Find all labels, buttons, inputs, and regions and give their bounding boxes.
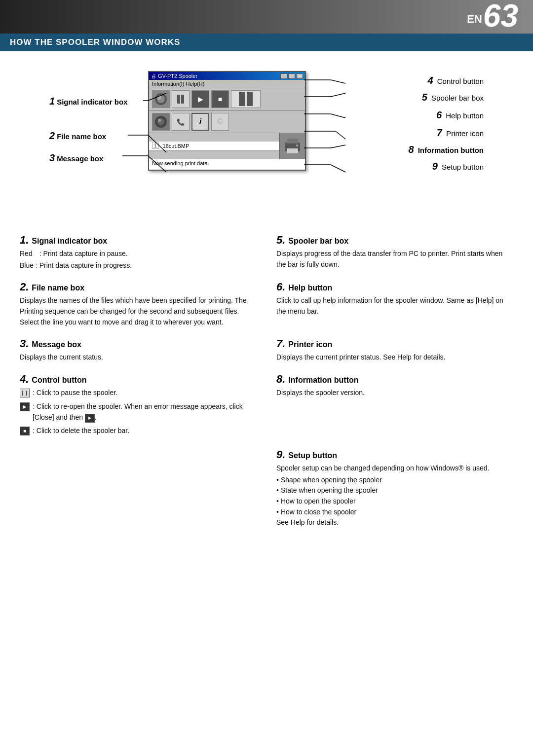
svg-line-25 [331,145,345,148]
item-4-title-text: Control button [32,376,86,385]
svg-line-17 [331,80,345,83]
item-3-title-text: Message box [32,340,81,349]
section-title: HOW THE SPOOLER WINDOW WORKS [0,34,533,51]
label-printer-icon: 7 Printer icon [437,127,484,139]
label-message-box: 3Message box [49,152,103,164]
signal-icon-2 [152,113,170,131]
item-5: 5. Spooler bar box Displays progress of … [276,234,513,272]
item-3-body: Displays the current status. [20,352,257,363]
spooler-win-controls[interactable]: _ □ ✕ [280,73,303,79]
stop-btn[interactable]: ■ [211,90,229,108]
spooler-title-text: 🖨 GV-PT2 Spooler [151,73,197,79]
play-btn[interactable]: ▶ [191,90,209,108]
item-8-line-1: Displays the spooler version. [276,388,513,398]
spooler-title-icon: 🖨 [151,73,156,79]
win-minimize-btn[interactable]: _ [280,73,287,79]
item-4-sub-2: ▶ : Click to re-open the spooler. When a… [20,401,257,423]
win-maximize-btn[interactable]: □ [288,73,295,79]
item-1-line-1: Red : Print data capture in pause. [20,249,257,259]
item-2-number: 2. [20,281,29,293]
svg-point-2 [157,96,161,100]
item-6-line-1: Click to call up help information for th… [276,295,513,317]
item-7-number: 7. [276,337,285,350]
item-8-title: 8. Information button [276,373,513,386]
printer-icon [279,133,305,159]
file-name-text: 16cut.BMP [163,143,190,149]
item-2-title-text: File name box [32,284,84,292]
item-4-sub-3: ■ : Click to delete the spooler bar. [20,426,257,436]
svg-line-27 [331,165,345,172]
item-1-number: 1. [20,234,29,247]
item-9-bullets: Shape when opening the spooler State whe… [276,475,513,518]
item-4-sub-1-text: : Click to pause the spooler. [33,388,117,398]
item-4-body: ❙❙ : Click to pause the spooler. ▶ : Cli… [20,388,257,436]
item-9-number: 9. [276,448,285,461]
item-8-title-text: Information button [288,376,358,385]
item-9-title-text: Setup button [288,451,337,460]
item-9-title: 9. Setup button [276,448,513,461]
item-9-line-1: Spooler setup can be changed depending o… [276,463,513,474]
item-1-title-text: Signal indicator box [32,237,107,246]
spooler-titlebar: 🖨 GV-PT2 Spooler _ □ ✕ [149,72,305,80]
diagram-section: 1Signal indicator box 2File name box 3Me… [0,51,533,224]
spooler-window: 🖨 GV-PT2 Spooler _ □ ✕ Information(I) He… [148,71,306,171]
spooler-toolbar: ▶ ■ [149,88,305,110]
label-information-button: 8 Information button [408,144,484,155]
help-btn-icon[interactable]: © [211,113,229,131]
item-9-body: Spooler setup can be changed depending o… [276,463,513,528]
item-2-body: Displays the names of the files which ha… [20,295,257,327]
item-5-title-text: Spooler bar box [288,237,348,246]
svg-line-21 [331,114,345,118]
play-icon-inline: ▶ [85,414,95,423]
item-4-title: 4. Control button [20,373,257,386]
item-1-line-2: Blue : Print data capture in progress. [20,260,257,271]
file-name-bar: 1 16cut.BMP [149,142,279,150]
item-6-title-text: Help button [288,284,332,292]
item-8-body: Displays the spooler version. [276,388,513,398]
svg-rect-8 [287,148,298,153]
info-btn[interactable]: i [191,113,209,131]
item-5-number: 5. [276,234,285,247]
item-7: 7. Printer icon Displays the current pri… [276,337,513,364]
item-9-bullet-3: How to open the spooler [276,496,513,507]
item-9-bullet-1: Shape when opening the spooler [276,475,513,486]
content-area: 1. Signal indicator box Red : Print data… [0,224,533,558]
item-4-sub-2-text: : Click to re-open the spooler. When an … [33,401,257,423]
item-6-body: Click to call up help information for th… [276,295,513,317]
signal-icon-1 [152,90,170,108]
item-9-bullet-4: How to close the spooler [276,507,513,518]
item-3-title: 3. Message box [20,337,257,350]
item-3-line-1: Displays the current status. [20,352,257,363]
item-7-title: 7. Printer icon [276,337,513,350]
label-signal-indicator: 1Signal indicator box [49,96,127,107]
message-bar: Now sending print data. [149,159,305,170]
item-6: 6. Help button Click to call up help inf… [276,281,513,328]
item-2-title: 2. File name box [20,281,257,293]
item-5-line-1: Displays progress of the data transfer f… [276,249,513,270]
stop-icon: ■ [20,427,30,435]
item-4-number: 4. [20,373,29,386]
item-1-title: 1. Signal indicator box [20,234,257,247]
item-7-title-text: Printer icon [288,340,332,349]
item-3: 3. Message box Displays the current stat… [20,337,257,364]
item-7-body: Displays the current printer status. See… [276,352,513,363]
file-number: 1 [152,143,159,149]
item-3-number: 3. [20,337,29,350]
item-5-body: Displays progress of the data transfer f… [276,249,513,270]
item-9-see-help: See Help for details. [276,517,513,528]
label-setup-button: 9 Setup button [432,161,484,172]
svg-rect-7 [287,139,298,144]
phone-icon: 📞 [172,113,190,131]
svg-point-5 [158,119,161,122]
item-1-body: Red : Print data capture in pause. Blue … [20,249,257,271]
item-4-sub-1: ❙❙ : Click to pause the spooler. [20,388,257,398]
diagram-wrapper: 1Signal indicator box 2File name box 3Me… [49,66,484,214]
item-2-line-1: Displays the names of the files which ha… [20,295,257,327]
win-close-btn[interactable]: ✕ [296,73,303,79]
label-help-button: 6 Help button [436,109,484,121]
spooler-menubar[interactable]: Information(I) Help(H) [149,80,305,88]
item-6-number: 6. [276,281,285,293]
item-4-sub-3-text: : Click to delete the spooler bar. [33,426,129,436]
pause-btn[interactable] [172,90,190,108]
item-8-number: 8. [276,373,285,386]
